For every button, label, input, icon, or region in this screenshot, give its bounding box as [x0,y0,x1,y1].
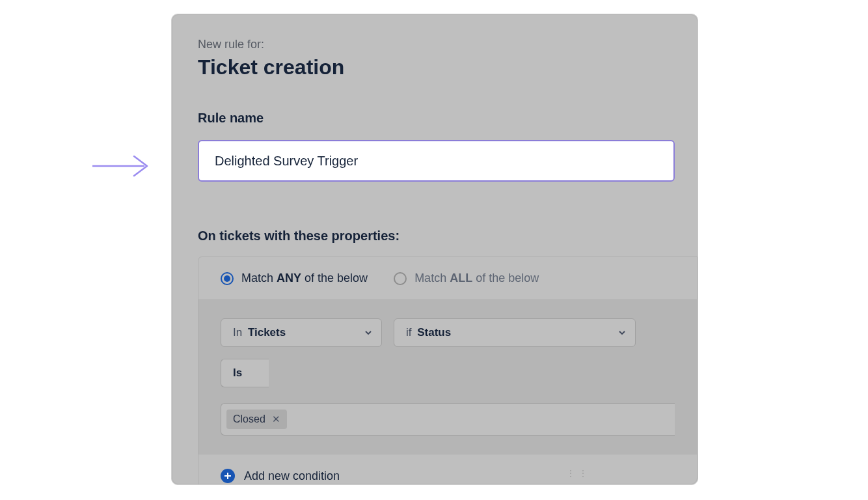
panel-title: Ticket creation [198,55,698,79]
condition-value-input[interactable]: Closed ✕ [221,403,675,436]
match-all-radio[interactable]: Match ALL of the below [394,271,539,285]
add-condition-button[interactable]: Add new condition [198,454,697,485]
plus-icon [221,469,235,483]
close-icon[interactable]: ✕ [272,413,280,425]
rule-name-input[interactable] [198,140,675,182]
conditions-section-label: On tickets with these properties: [198,229,698,243]
conditions-box: Match ANY of the below Match ALL of the … [198,257,698,485]
add-condition-label: Add new condition [244,469,340,483]
tag-label: Closed [233,413,265,425]
match-any-radio[interactable]: Match ANY of the below [221,271,368,285]
value-tag: Closed ✕ [226,410,287,429]
condition-value-row: Closed ✕ [198,399,697,454]
field-select[interactable]: if Status [394,318,636,347]
match-all-label: Match ALL of the below [414,271,539,285]
chevron-down-icon [618,329,626,337]
entity-select[interactable]: In Tickets [221,318,382,347]
rule-name-label: Rule name [198,111,698,126]
radio-selected-icon [221,272,234,285]
chevron-down-icon [364,329,372,337]
panel-subhead: New rule for: [198,38,698,51]
operator-select[interactable]: Is [221,359,269,387]
match-mode-row: Match ANY of the below Match ALL of the … [198,257,697,299]
radio-unselected-icon [394,272,407,285]
condition-filter-row: In Tickets if Status Is [198,299,697,399]
match-any-label: Match ANY of the below [241,271,368,285]
rule-editor-panel: New rule for: Ticket creation Rule name … [171,14,698,485]
pointer-arrow [91,150,156,182]
drag-handle-icon: ⋮ ⋮ [567,469,588,478]
